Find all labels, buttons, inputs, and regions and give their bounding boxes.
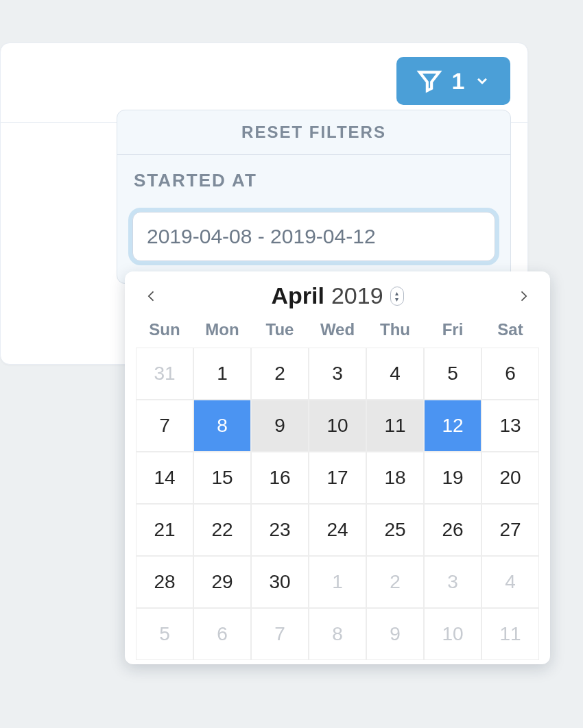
calendar-day[interactable]: 19	[424, 452, 481, 504]
date-range-input[interactable]	[132, 212, 495, 261]
calendar-day[interactable]: 11	[481, 608, 539, 660]
calendar-day[interactable]: 12	[424, 400, 481, 452]
calendar-day[interactable]: 28	[136, 556, 193, 608]
calendar-day[interactable]: 8	[309, 608, 366, 660]
calendar-day[interactable]: 14	[136, 452, 193, 504]
calendar-day[interactable]: 8	[193, 400, 251, 452]
calendar-day[interactable]: 5	[136, 608, 193, 660]
filter-button[interactable]: 1	[396, 57, 510, 105]
date-picker-popover: April 2019 ▴▾ SunMonTueWedThuFriSat31123…	[125, 271, 550, 664]
weekday-header: Tue	[251, 315, 309, 348]
funnel-icon	[416, 68, 442, 94]
calendar-day[interactable]: 3	[424, 556, 481, 608]
calendar-day[interactable]: 10	[309, 400, 366, 452]
calendar-day[interactable]: 10	[424, 608, 481, 660]
calendar-day[interactable]: 7	[251, 608, 309, 660]
calendar-day[interactable]: 1	[193, 348, 251, 400]
calendar-day[interactable]: 17	[309, 452, 366, 504]
calendar-title: April 2019 ▴▾	[271, 282, 403, 309]
next-month-button[interactable]	[513, 286, 534, 306]
calendar-day[interactable]: 23	[251, 504, 309, 556]
calendar-day[interactable]: 26	[424, 504, 481, 556]
calendar-day[interactable]: 1	[309, 556, 366, 608]
calendar-day[interactable]: 5	[424, 348, 481, 400]
calendar-day[interactable]: 4	[481, 556, 539, 608]
year-spinner[interactable]: ▴▾	[390, 287, 404, 306]
prev-month-button[interactable]	[141, 286, 162, 306]
calendar-day[interactable]: 29	[193, 556, 251, 608]
chevron-down-icon	[474, 73, 490, 89]
calendar-day[interactable]: 20	[481, 452, 539, 504]
weekday-header: Sun	[136, 315, 193, 348]
calendar-day[interactable]: 25	[366, 504, 424, 556]
calendar-day[interactable]: 7	[136, 400, 193, 452]
weekday-header: Mon	[193, 315, 251, 348]
calendar-day[interactable]: 13	[481, 400, 539, 452]
calendar-year[interactable]: 2019	[331, 282, 383, 309]
weekday-header: Thu	[366, 315, 424, 348]
calendar-day[interactable]: 11	[366, 400, 424, 452]
calendar-day[interactable]: 31	[136, 348, 193, 400]
calendar-day[interactable]: 3	[309, 348, 366, 400]
calendar-day[interactable]: 22	[193, 504, 251, 556]
calendar-day[interactable]: 27	[481, 504, 539, 556]
weekday-header: Sat	[481, 315, 539, 348]
reset-filters-button[interactable]: RESET FILTERS	[117, 110, 510, 155]
weekday-header: Fri	[424, 315, 481, 348]
filter-count: 1	[452, 68, 465, 95]
filters-panel: RESET FILTERS STARTED AT	[117, 110, 511, 284]
calendar-month[interactable]: April	[271, 282, 324, 309]
calendar-day[interactable]: 18	[366, 452, 424, 504]
calendar-day[interactable]: 2	[251, 348, 309, 400]
calendar-day[interactable]: 4	[366, 348, 424, 400]
calendar-day[interactable]: 24	[309, 504, 366, 556]
calendar-day[interactable]: 15	[193, 452, 251, 504]
filter-section-label: STARTED AT	[117, 155, 510, 194]
calendar-day[interactable]: 16	[251, 452, 309, 504]
calendar-day[interactable]: 9	[251, 400, 309, 452]
calendar-day[interactable]: 9	[366, 608, 424, 660]
calendar-day[interactable]: 21	[136, 504, 193, 556]
weekday-header: Wed	[309, 315, 366, 348]
calendar-day[interactable]: 2	[366, 556, 424, 608]
calendar-day[interactable]: 6	[481, 348, 539, 400]
calendar-day[interactable]: 6	[193, 608, 251, 660]
calendar-day[interactable]: 30	[251, 556, 309, 608]
